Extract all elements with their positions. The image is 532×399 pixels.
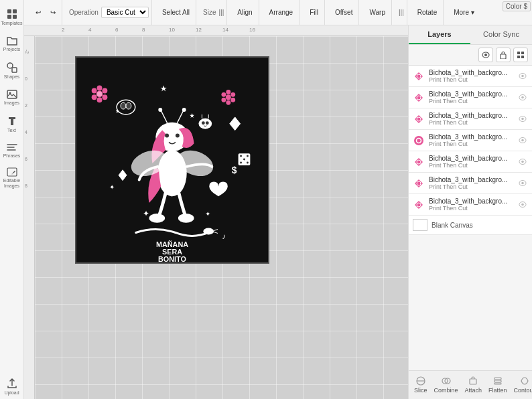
layer-item[interactable]: Bichota_3_with_backgro... Print Then Cut [409, 87, 532, 108]
layer-visibility-5[interactable] [517, 157, 528, 167]
v-mark-2: 2 [25, 103, 27, 108]
svg-point-43 [226, 100, 230, 105]
fill-group: Fill [304, 0, 325, 25]
redo-button[interactable]: ↪ [47, 7, 59, 17]
layer-item[interactable]: Bichota_3_with_backgro... Print Then Cut [409, 151, 532, 173]
svg-point-69 [417, 74, 421, 78]
svg-point-90 [521, 204, 524, 206]
layer-type-5: Print Then Cut [429, 162, 513, 169]
svg-point-75 [417, 117, 421, 121]
arrange-button[interactable]: Arrange [266, 7, 297, 17]
svg-point-18 [165, 134, 169, 138]
layers-list: Bichota_3_with_backgro... Print Then Cut… [409, 66, 532, 370]
ruler-mark-8: 8 [142, 27, 145, 33]
svg-rect-1 [13, 9, 17, 13]
layer-color-icon-5 [413, 156, 425, 168]
layer-name-1: Bichota_3_with_backgro... [429, 69, 513, 76]
eye-button[interactable] [478, 48, 493, 62]
combine-button[interactable]: Combine [433, 374, 460, 396]
align-button[interactable]: Align [234, 7, 255, 17]
svg-point-15 [158, 108, 162, 112]
layer-text-1: Bichota_3_with_backgro... Print Then Cut [429, 69, 513, 83]
sidebar-item-phrases[interactable]: Phrases [3, 139, 21, 163]
v-mark-8: 8 [25, 183, 27, 188]
svg-rect-3 [13, 15, 17, 19]
combine-label: Combine [434, 387, 458, 394]
canvas-background[interactable]: MAÑANA SERA BONITO [35, 36, 408, 399]
sidebar-item-upload[interactable]: Upload [3, 375, 21, 399]
svg-rect-8 [7, 168, 17, 176]
size-value: ||| [219, 9, 224, 16]
layer-name-6: Bichota_3_with_backgro... [429, 176, 513, 183]
blank-canvas-row[interactable]: Blank Canvas [409, 216, 532, 235]
layer-item[interactable]: Bichota_3_with_backgro... Print Then Cut [409, 194, 532, 216]
layer-color-icon-3 [413, 113, 425, 125]
size-label: Size [203, 9, 216, 16]
ruler-h-inner: 2 4 6 8 10 12 14 16 [35, 25, 408, 36]
layer-type-3: Print Then Cut [429, 119, 513, 126]
layer-visibility-7[interactable] [517, 200, 528, 210]
sidebar-item-images[interactable]: Images [3, 86, 21, 110]
svg-point-19 [176, 134, 180, 138]
contour-button[interactable]: Contour [513, 374, 532, 396]
svg-point-77 [521, 118, 524, 121]
sidebar-label-templates: Templates [1, 21, 23, 26]
select-all-button[interactable]: Select All [159, 7, 193, 17]
flatten-label: Flatten [488, 387, 507, 394]
operation-select[interactable]: Basic Cut [101, 7, 149, 18]
layer-item[interactable]: Bichota_3_with_backgro... Print Then Cut [409, 66, 532, 87]
size-group: Size ||| [200, 0, 227, 25]
svg-point-49 [202, 121, 205, 125]
layer-visibility-3[interactable] [517, 114, 528, 125]
ruler-mark-2: 2 [62, 27, 64, 33]
sidebar-item-text[interactable]: Text [3, 112, 21, 137]
svg-rect-66 [521, 52, 524, 54]
layer-type-7: Print Then Cut [429, 205, 513, 212]
layer-visibility-1[interactable] [517, 71, 528, 82]
tab-layers[interactable]: Layers [409, 25, 470, 44]
svg-point-31 [92, 94, 97, 100]
layer-name-5: Bichota_3_with_backgro... [429, 155, 513, 162]
warp-button[interactable]: Warp [366, 7, 389, 17]
layer-item[interactable]: Bichota_3_with_backgro... Print Then Cut [409, 130, 532, 151]
layer-item[interactable]: Bichota_3_with_backgro... Print Then Cut [409, 108, 532, 130]
more-group: More ▾ [448, 0, 480, 25]
attach-button[interactable]: Attach [464, 374, 484, 396]
layer-visibility-4[interactable] [517, 135, 528, 146]
sidebar-item-projects[interactable]: Projects [3, 32, 21, 56]
flatten-button[interactable]: Flatten [487, 374, 509, 396]
left-sidebar: Templates Projects Shapes Images Text Ph… [0, 0, 24, 399]
layer-item[interactable]: Bichota_3_with_backgro... Print Then Cut [409, 173, 532, 194]
size-input-label: ||| [399, 9, 404, 16]
undo-button[interactable]: ↩ [32, 7, 44, 17]
slice-label: Slice [414, 387, 427, 394]
layer-color-icon-1 [413, 70, 425, 82]
svg-point-87 [521, 182, 524, 185]
layer-text-5: Bichota_3_with_backgro... Print Then Cut [429, 155, 513, 169]
more-button[interactable]: More ▾ [450, 7, 478, 17]
design-canvas-image[interactable]: MAÑANA SERA BONITO [75, 56, 269, 264]
svg-point-61 [243, 159, 245, 161]
svg-point-85 [417, 181, 421, 185]
svg-point-58 [247, 155, 249, 157]
rotate-button[interactable]: Rotate [414, 7, 440, 17]
sidebar-item-shapes[interactable]: Shapes [3, 59, 21, 83]
sidebar-item-editable-images[interactable]: Editable Images [3, 166, 21, 190]
fill-button[interactable]: Fill [306, 7, 322, 17]
svg-point-44 [221, 98, 226, 102]
operation-label: Operation [69, 9, 98, 16]
layer-visibility-6[interactable] [517, 178, 528, 189]
layer-text-6: Bichota_3_with_backgro... Print Then Cut [429, 176, 513, 190]
lock-button[interactable] [496, 48, 511, 62]
offset-button[interactable]: Offset [332, 7, 356, 17]
ruler-horizontal: 2 4 6 8 10 12 14 16 [24, 25, 408, 36]
layer-color-icon-7 [413, 199, 425, 211]
grid-view-button[interactable] [513, 48, 528, 62]
layer-name-4: Bichota_3_with_backgro... [429, 133, 513, 141]
sidebar-item-templates[interactable]: Templates [3, 5, 21, 29]
layer-visibility-2[interactable] [517, 92, 528, 103]
tab-color-sync[interactable]: Color Sync [470, 25, 532, 44]
svg-point-60 [247, 161, 249, 163]
canvas-area: 2 4 6 8 10 12 14 16 -2 0 2 4 6 8 [24, 25, 408, 399]
slice-button[interactable]: Slice [413, 374, 429, 396]
